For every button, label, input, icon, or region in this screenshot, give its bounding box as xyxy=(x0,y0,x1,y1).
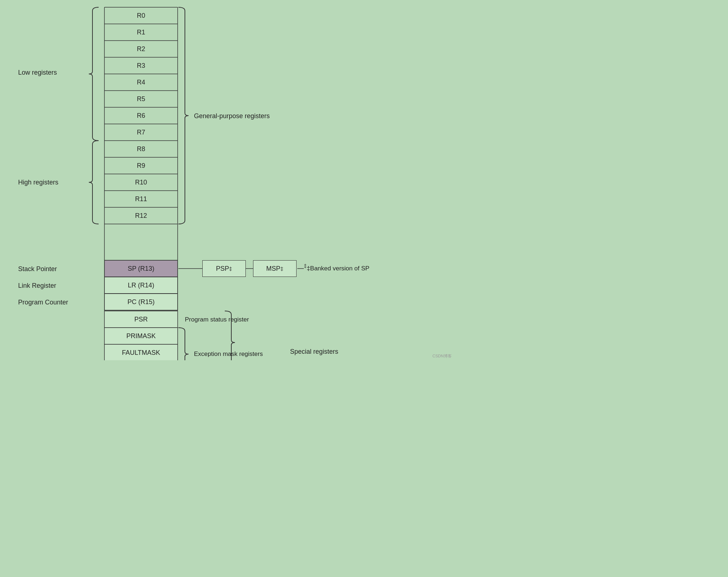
reg-faultmask: FAULTMASK xyxy=(104,344,178,360)
link-register-label: Link Register xyxy=(18,282,56,290)
braces-svg xyxy=(0,0,455,360)
reg-r11: R11 xyxy=(104,191,178,207)
general-purpose-label: General-purpose registers xyxy=(194,112,270,120)
reg-r12: R12 xyxy=(104,207,178,224)
reg-r2: R2 xyxy=(104,41,178,57)
program-counter-label: Program Counter xyxy=(18,299,68,306)
exc-description: Exception mask registers xyxy=(194,350,263,358)
reg-r5: R5 xyxy=(104,91,178,107)
special-registers-label: Special registers xyxy=(290,348,338,356)
reg-primask: PRIMASK xyxy=(104,328,178,344)
low-registers-label: Low registers xyxy=(18,69,57,76)
reg-r3: R3 xyxy=(104,57,178,74)
high-registers-label: High registers xyxy=(18,179,58,186)
reg-sp: SP (R13) xyxy=(104,260,178,277)
reg-r6: R6 xyxy=(104,107,178,124)
reg-pc: PC (R15) xyxy=(104,294,178,310)
psp-box: PSP‡ xyxy=(202,260,246,277)
reg-r9: R9 xyxy=(104,157,178,174)
psr-description: Program status register xyxy=(185,316,249,323)
diagram-container: R0 R1 R2 R3 R4 R5 R6 R7 R8 R9 R10 R11 R1… xyxy=(0,0,455,360)
reg-r8: R8 xyxy=(104,141,178,157)
reg-r1: R1 xyxy=(104,24,178,41)
reg-lr: LR (R14) xyxy=(104,277,178,294)
stack-pointer-label: Stack Pointer xyxy=(18,265,57,273)
reg-r10: R10 xyxy=(104,174,178,191)
watermark: CSDN博客 xyxy=(433,353,452,359)
msp-box: MSP‡ xyxy=(253,260,297,277)
reg-psr: PSR xyxy=(104,311,178,328)
reg-r0: R0 xyxy=(104,7,178,24)
reg-r4: R4 xyxy=(104,74,178,91)
banked-label: ‡‡Banked version of SP xyxy=(304,263,369,272)
reg-r7: R7 xyxy=(104,124,178,141)
